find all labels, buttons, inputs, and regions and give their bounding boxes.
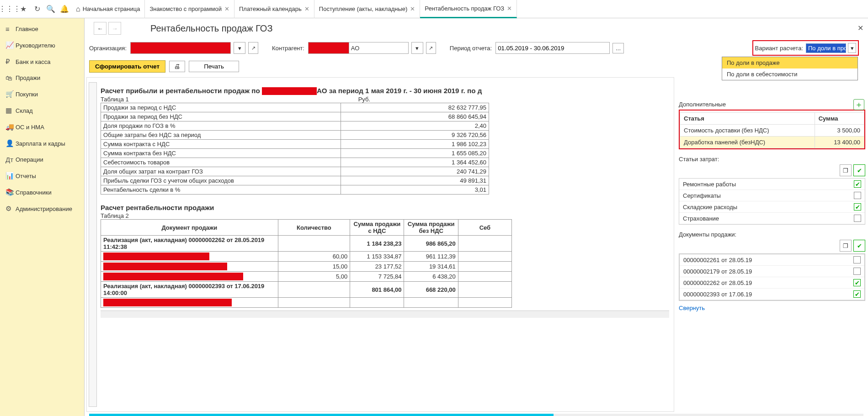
search-icon[interactable]: 🔍	[44, 2, 58, 16]
table-cell	[278, 298, 350, 308]
add-button[interactable]: ＋	[853, 99, 864, 110]
sidebar-item[interactable]: 🛍Продажи	[0, 70, 84, 86]
variant-dropdown: По доли в продаже По доли в себестоимост…	[722, 57, 858, 80]
doc-row[interactable]: 00000002262 от 28.05.19✔	[680, 277, 864, 289]
contr-input[interactable]: АО	[349, 42, 409, 54]
tab-close-icon[interactable]: ✕	[304, 5, 309, 12]
contr-expand-icon[interactable]: ↗	[426, 42, 436, 54]
checkbox[interactable]	[853, 256, 861, 263]
cost-label: Складские расходы	[683, 204, 854, 211]
bell-icon[interactable]: 🔔	[58, 2, 71, 16]
sidebar-item[interactable]: 🚚ОС и НМА	[0, 119, 84, 135]
org-expand-icon[interactable]: ↗	[248, 42, 258, 54]
tab[interactable]: Платежный календарь✕	[234, 0, 314, 18]
org-input[interactable]	[130, 42, 231, 54]
tab[interactable]: Начальная страница	[71, 0, 145, 18]
print-button[interactable]: Печать	[189, 61, 239, 72]
tab-close-icon[interactable]: ✕	[410, 5, 415, 12]
sidebar-label: Покупки	[16, 91, 38, 98]
tbl2-title: Расчет рентабельности продажи	[101, 204, 669, 211]
sidebar-icon: 🚚	[5, 123, 16, 131]
cost-label: Сертификаты	[683, 192, 854, 199]
cost-row[interactable]: Ремонтные работы✔	[679, 179, 865, 190]
doc-row[interactable]: 00000002393 от 17.06.19✔	[680, 289, 864, 300]
tab-close-icon[interactable]: ✕	[224, 5, 229, 12]
contr-input-red[interactable]	[308, 42, 349, 54]
table-header: Сумма продажи без НДС	[404, 220, 458, 236]
star-icon[interactable]: ★	[16, 2, 30, 16]
sidebar-label: Банк и касса	[16, 58, 51, 65]
sidebar-item[interactable]: ДтОперации	[0, 152, 84, 168]
copy-icon[interactable]: ❐	[840, 164, 852, 176]
tab[interactable]: Рентабельность продаж ГОЗ✕	[420, 0, 517, 18]
printer-icon-button[interactable]: 🖨	[169, 61, 185, 72]
period-picker-button[interactable]: ...	[612, 43, 624, 53]
tbl1-unit: Руб.	[358, 96, 489, 103]
cost-row[interactable]: Сертификаты	[679, 190, 865, 201]
sidebar-item[interactable]: 👤Зарплата и кадры	[0, 135, 84, 152]
check-all-icon[interactable]: ✔	[853, 164, 865, 176]
sidebar-item[interactable]: 📊Отчеты	[0, 168, 84, 184]
forward-button[interactable]: →	[108, 22, 121, 35]
top-toolbar: ⋮⋮⋮ ★ ↻ 🔍 🔔 Начальная страницаЗнакомство…	[0, 0, 868, 18]
table-cell: Общие затраты без НДС за период	[101, 131, 341, 140]
checkbox[interactable]: ✔	[854, 180, 861, 188]
cost-row[interactable]: Страхование	[679, 213, 865, 224]
sidebar-item[interactable]: 📈Руководителю	[0, 37, 84, 53]
table-cell: 3,01	[341, 185, 489, 195]
checkbox[interactable]: ✔	[854, 203, 861, 211]
checkbox[interactable]	[854, 215, 861, 222]
sidebar-item[interactable]: ▦Склад	[0, 102, 84, 119]
table-cell	[278, 282, 350, 298]
additional-label: Дополнительные	[679, 101, 865, 108]
apps-icon[interactable]: ⋮⋮⋮	[3, 2, 16, 16]
history-icon[interactable]: ↻	[30, 2, 44, 16]
sidebar-icon: ≡	[5, 25, 16, 33]
cost-label: Ремонтные работы	[683, 181, 854, 188]
sidebar-label: Отчеты	[16, 173, 36, 179]
table-cell	[458, 252, 511, 262]
variant-dropdown-icon[interactable]: ▾	[848, 43, 856, 53]
table-cell: 961 112,39	[404, 252, 458, 262]
close-icon[interactable]: ✕	[857, 24, 863, 32]
horizontal-scrollbar[interactable]	[101, 311, 669, 318]
table-cell	[458, 262, 511, 272]
checkbox[interactable]	[854, 192, 861, 199]
costs-label: Статьи затрат:	[679, 156, 865, 163]
tab[interactable]: Поступление (акты, накладные)✕	[314, 0, 420, 18]
table-cell	[278, 236, 350, 252]
doc-row[interactable]: 00000002179 от 28.05.19	[680, 266, 864, 277]
sidebar-item[interactable]: 📚Справочники	[0, 184, 84, 200]
form-report-button[interactable]: Сформировать отчет	[89, 60, 165, 73]
copy-docs-icon[interactable]: ❐	[840, 240, 852, 252]
cost-row[interactable]: Складские расходы✔	[679, 201, 865, 213]
table-cell: Доля продажи по ГОЗ в %	[101, 121, 341, 131]
article-val: 13 400,00	[815, 137, 864, 148]
sidebar-label: Склад	[16, 107, 33, 114]
sidebar-icon: 🛍	[5, 74, 16, 82]
org-dropdown-icon[interactable]: ▾	[234, 42, 245, 54]
collapse-link[interactable]: Свернуть	[679, 305, 705, 311]
checkbox[interactable]: ✔	[853, 279, 861, 286]
filter-row: Организация: ▾ ↗ Контрагент: АО ▾ ↗ Пери…	[85, 38, 868, 58]
sidebar-item[interactable]: ⚙Администрирование	[0, 200, 84, 217]
progress-bar	[89, 414, 863, 416]
variant-opt-1[interactable]: По доли в продаже	[722, 57, 857, 68]
check-all-docs-icon[interactable]: ✔	[853, 240, 865, 252]
sidebar-item[interactable]: ₽Банк и касса	[0, 53, 84, 70]
contr-dropdown-icon[interactable]: ▾	[411, 42, 423, 54]
variant-select[interactable]: По доли в про	[806, 43, 846, 53]
sidebar-label: Главное	[16, 26, 38, 32]
variant-opt-2[interactable]: По доли в себестоимости	[722, 68, 857, 80]
sidebar-item[interactable]: ≡Главное	[0, 21, 84, 37]
back-button[interactable]: ←	[94, 22, 107, 35]
table-cell: 6 438,20	[404, 272, 458, 282]
sidebar-item[interactable]: 🛒Покупки	[0, 86, 84, 102]
doc-row[interactable]: 00000002261 от 28.05.19	[680, 254, 864, 266]
checkbox[interactable]: ✔	[853, 290, 861, 298]
tab-close-icon[interactable]: ✕	[507, 5, 512, 12]
period-input[interactable]	[495, 42, 610, 54]
table-cell: 1 986 102,23	[341, 140, 489, 149]
tab[interactable]: Знакомство с программой✕	[145, 0, 234, 18]
checkbox[interactable]	[853, 268, 861, 275]
